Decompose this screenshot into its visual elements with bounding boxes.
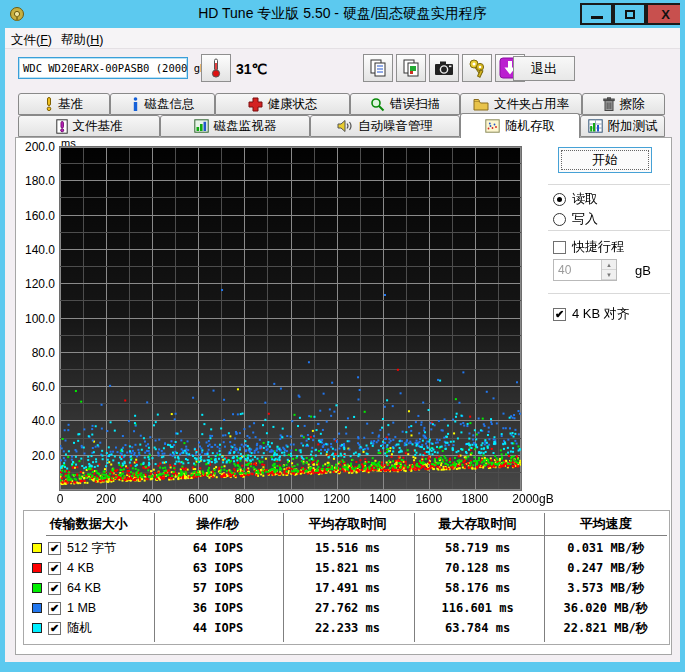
screenshot-button[interactable] xyxy=(429,54,459,82)
tab-disk-info[interactable]: 磁盘信息 xyxy=(110,93,215,115)
bar-monitor-icon xyxy=(194,119,209,133)
table-row: ✔4 KB63 IOPS15.821 ms70.128 ms0.247 MB/秒 xyxy=(24,558,669,578)
results-table: 传输数据大小 操作/秒 平均存取时间 最大存取时间 平均速度 ✔512 字节64… xyxy=(23,510,670,645)
series-color-swatch xyxy=(32,603,42,613)
x-tick-label: 0 xyxy=(57,492,64,506)
close-icon: X xyxy=(661,8,670,21)
table-cell: 63.784 ms xyxy=(413,621,543,635)
radio-selected-icon xyxy=(553,193,566,206)
x-tick-label: 400 xyxy=(142,492,162,506)
table-cell: 15.821 ms xyxy=(282,561,413,575)
benchmark-icon xyxy=(45,97,53,111)
write-radio[interactable]: 写入 xyxy=(553,210,598,228)
x-axis-labels: 0200400600800100012001400160018002000gB xyxy=(60,492,541,508)
y-tick-label: 160.0 xyxy=(25,209,55,223)
table-cell: 63 IOPS xyxy=(154,561,283,575)
checkbox-checked-icon: ✔ xyxy=(553,308,566,321)
table-cell: 0.247 MB/秒 xyxy=(542,560,669,577)
col-header-max: 最大存取时间 xyxy=(413,511,543,536)
series-label: 64 KB xyxy=(67,581,101,595)
short-stroke-checkbox[interactable]: 快捷行程 xyxy=(553,238,624,256)
table-cell: 58.719 ms xyxy=(413,541,543,555)
align-4kb-checkbox[interactable]: ✔ 4 KB 对齐 xyxy=(553,305,630,323)
short-stroke-unit: gB xyxy=(635,263,651,278)
y-tick-label: 40.0 xyxy=(32,414,55,428)
y-tick-label: 140.0 xyxy=(25,243,55,257)
series-label: 1 MB xyxy=(67,601,96,615)
trash-icon xyxy=(603,97,615,111)
x-tick-label: 1800 xyxy=(462,492,489,506)
tab-benchmark[interactable]: 基准 xyxy=(18,93,110,115)
access-time-scatter-chart xyxy=(60,147,521,490)
y-tick-label: 80.0 xyxy=(32,346,55,360)
keys-icon xyxy=(467,58,487,78)
series-color-swatch xyxy=(32,583,42,593)
series-enable-checkbox[interactable]: ✔ xyxy=(48,582,61,595)
header-underline xyxy=(46,535,667,536)
temperature-button[interactable] xyxy=(201,54,231,82)
series-label: 4 KB xyxy=(67,561,94,575)
camera-icon xyxy=(434,60,454,76)
series-enable-checkbox[interactable]: ✔ xyxy=(48,542,61,555)
minimize-button[interactable] xyxy=(580,3,613,25)
close-button[interactable]: X xyxy=(646,3,685,25)
tab-folder-usage[interactable]: 文件夹占用率 xyxy=(460,93,582,115)
separator xyxy=(548,184,670,185)
spinner-down-button[interactable]: ▼ xyxy=(602,270,616,280)
tab-random-access[interactable]: 随机存取 xyxy=(460,113,580,138)
copy-text-button[interactable] xyxy=(363,54,393,82)
series-enable-checkbox[interactable]: ✔ xyxy=(48,562,61,575)
table-cell: 22.821 MB/秒 xyxy=(542,620,669,637)
tab-disk-monitor[interactable]: 磁盘监视器 xyxy=(160,115,310,137)
options-button[interactable] xyxy=(462,54,492,82)
series-color-swatch xyxy=(32,563,42,573)
separator xyxy=(548,230,670,231)
table-cell: 57 IOPS xyxy=(154,581,283,595)
spinner-up-button[interactable]: ▲ xyxy=(602,260,616,270)
drive-select[interactable]: WDC WD20EARX-00PASB0 (2000 gB) xyxy=(18,57,188,79)
magnifier-icon xyxy=(370,97,385,112)
start-button[interactable]: 开始 xyxy=(558,147,652,173)
table-cell: 58.176 ms xyxy=(413,581,543,595)
table-cell: 3.573 MB/秒 xyxy=(542,580,669,597)
y-tick-label: 180.0 xyxy=(25,174,55,188)
maximize-icon xyxy=(625,10,635,19)
table-cell: 64 IOPS xyxy=(154,541,283,555)
menu-help[interactable]: 帮助(H) xyxy=(55,31,109,50)
tab-auto-acoustic[interactable]: 自动噪音管理 xyxy=(310,115,460,137)
read-radio[interactable]: 读取 xyxy=(553,190,598,208)
exit-button[interactable]: 退出 xyxy=(513,56,575,81)
series-enable-checkbox[interactable]: ✔ xyxy=(48,622,61,635)
copy-image-icon xyxy=(402,58,420,78)
hdtune-window: HD Tune 专业版 5.50 - 硬盘/固态硬盘实用程序 X 文件(F) 帮… xyxy=(0,0,685,672)
col-header-iops: 操作/秒 xyxy=(154,511,283,536)
y-tick-label: 200.0 xyxy=(25,140,55,154)
series-color-swatch xyxy=(32,623,42,633)
copy-image-button[interactable] xyxy=(396,54,426,82)
tab-health[interactable]: 健康状态 xyxy=(215,93,350,115)
menu-bar: 文件(F) 帮助(H) xyxy=(0,28,685,49)
tab-file-benchmark[interactable]: 文件基准 xyxy=(18,115,160,137)
tab-extra-tests[interactable]: 附加测试 xyxy=(580,115,665,137)
speaker-icon xyxy=(337,119,353,133)
checkbox-unchecked-icon xyxy=(553,241,566,254)
series-enable-checkbox[interactable]: ✔ xyxy=(48,602,61,615)
tab-erase[interactable]: 擦除 xyxy=(582,93,665,115)
menu-file[interactable]: 文件(F) xyxy=(5,31,58,50)
series-label: 512 字节 xyxy=(67,540,116,557)
x-tick-label: 200 xyxy=(96,492,116,506)
short-stroke-size-input[interactable]: 40 ▲ ▼ xyxy=(553,259,617,281)
y-tick-label: 60.0 xyxy=(32,380,55,394)
table-cell: 15.516 ms xyxy=(282,541,413,555)
folder-icon xyxy=(473,98,489,111)
col-header-speed: 平均速度 xyxy=(542,511,669,536)
table-cell: 70.128 ms xyxy=(413,561,543,575)
table-cell: 17.491 ms xyxy=(282,581,413,595)
x-tick-label: 1600 xyxy=(415,492,442,506)
copy-text-icon xyxy=(369,58,387,78)
scatter-icon xyxy=(485,119,500,133)
table-row: ✔随机44 IOPS22.233 ms63.784 ms22.821 MB/秒 xyxy=(24,618,669,638)
maximize-button[interactable] xyxy=(613,3,646,25)
tab-error-scan[interactable]: 错误扫描 xyxy=(350,93,460,115)
x-tick-label: 1400 xyxy=(369,492,396,506)
